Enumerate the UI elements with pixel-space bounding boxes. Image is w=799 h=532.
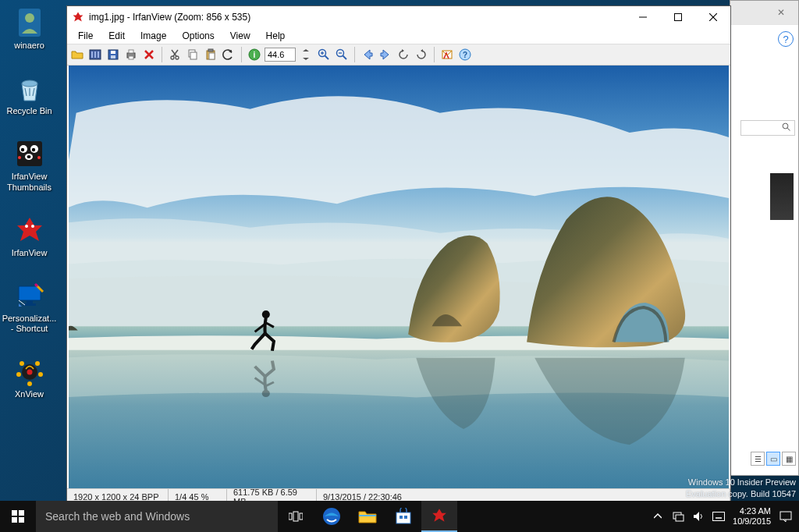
zoom-out-icon[interactable] bbox=[334, 47, 350, 62]
info-icon[interactable]: i bbox=[247, 47, 262, 62]
delete-icon[interactable] bbox=[141, 47, 157, 62]
desktop-icon-irfanview[interactable]: IrfanView bbox=[0, 211, 59, 261]
close-button[interactable] bbox=[695, 6, 730, 28]
user-icon bbox=[14, 7, 45, 38]
svg-rect-66 bbox=[12, 510, 17, 516]
desktop-icon-xnview[interactable]: XnView bbox=[0, 353, 59, 403]
svg-rect-67 bbox=[19, 510, 24, 516]
menu-file[interactable]: File bbox=[70, 29, 101, 43]
menu-view[interactable]: View bbox=[222, 29, 258, 43]
taskbar-explorer[interactable] bbox=[350, 501, 385, 532]
zoom-dropdown-icon[interactable] bbox=[298, 47, 314, 62]
help-icon[interactable]: ? bbox=[778, 31, 794, 47]
rotate-left-icon[interactable] bbox=[396, 47, 411, 62]
rotate-right-icon[interactable] bbox=[414, 47, 429, 62]
search-placeholder: Search the web and Windows bbox=[45, 510, 190, 523]
desktop-icon-label: XnView bbox=[15, 389, 44, 399]
view-tile-icon[interactable]: ▦ bbox=[782, 452, 796, 466]
taskbar-irfanview[interactable] bbox=[421, 501, 457, 532]
separator bbox=[162, 47, 162, 62]
desktop-icon-label: Recycle Bin bbox=[6, 106, 51, 116]
desktop-icon-personalization[interactable]: Personalizat... - Shortcut bbox=[0, 277, 59, 337]
svg-rect-76 bbox=[400, 516, 403, 519]
help-icon[interactable]: ? bbox=[457, 47, 473, 62]
cut-icon[interactable] bbox=[167, 47, 183, 62]
paste-icon[interactable] bbox=[203, 47, 218, 62]
prev-icon[interactable] bbox=[360, 47, 375, 62]
svg-point-0 bbox=[783, 123, 788, 129]
open-icon[interactable] bbox=[69, 47, 85, 62]
svg-point-21 bbox=[16, 372, 21, 377]
minimize-button[interactable] bbox=[625, 6, 660, 28]
irfanview-icon bbox=[14, 215, 45, 246]
taskbar-edge[interactable] bbox=[314, 501, 350, 532]
keyboard-icon[interactable] bbox=[712, 510, 725, 523]
image-canvas[interactable] bbox=[67, 66, 730, 488]
xnview-icon bbox=[14, 356, 45, 387]
separator bbox=[241, 47, 242, 62]
search-icon bbox=[782, 121, 791, 135]
menu-options[interactable]: Options bbox=[174, 29, 222, 43]
svg-point-8 bbox=[20, 148, 23, 151]
zoom-in-icon[interactable] bbox=[316, 47, 332, 62]
bg-search-box[interactable] bbox=[740, 120, 795, 136]
undo-icon[interactable] bbox=[221, 47, 236, 62]
bg-view-buttons: ☰ ▭ ▦ bbox=[751, 452, 796, 466]
menubar: File Edit Image Options View Help bbox=[67, 28, 730, 44]
taskbar: Search the web and Windows 4:23 AM 10/9/… bbox=[0, 501, 799, 532]
copy-icon[interactable] bbox=[185, 47, 201, 62]
svg-rect-27 bbox=[674, 14, 681, 21]
svg-rect-31 bbox=[91, 51, 93, 58]
maximize-button[interactable] bbox=[660, 6, 695, 28]
desktop-icon-recycle-bin[interactable]: Recycle Bin bbox=[0, 69, 59, 119]
irfan-thumbs-icon bbox=[14, 138, 45, 169]
svg-point-11 bbox=[27, 155, 30, 158]
desktop-icon-label: IrfanView Thumbnails bbox=[2, 172, 57, 192]
print-icon[interactable] bbox=[123, 47, 139, 62]
svg-point-9 bbox=[31, 148, 34, 151]
svg-rect-38 bbox=[129, 50, 133, 53]
bg-close-button[interactable]: ✕ bbox=[764, 1, 798, 24]
menu-edit[interactable]: Edit bbox=[101, 29, 133, 43]
svg-point-15 bbox=[31, 225, 34, 228]
svg-line-1 bbox=[787, 128, 790, 130]
svg-point-4 bbox=[22, 80, 37, 87]
svg-rect-36 bbox=[111, 55, 115, 59]
tray-overflow-icon[interactable] bbox=[652, 510, 664, 523]
desktop-icon-winaero[interactable]: winaero bbox=[0, 4, 59, 54]
clock-date: 10/9/2015 bbox=[733, 516, 771, 527]
menu-help[interactable]: Help bbox=[258, 29, 293, 43]
prefs-icon[interactable] bbox=[439, 47, 455, 62]
taskbar-store[interactable] bbox=[385, 501, 421, 532]
titlebar[interactable]: img1.jpg - IrfanView (Zoom: 856 x 535) bbox=[67, 6, 730, 28]
svg-rect-68 bbox=[12, 517, 17, 523]
slideshow-icon[interactable] bbox=[87, 47, 103, 62]
network-icon[interactable] bbox=[672, 510, 684, 523]
view-list-icon[interactable]: ☰ bbox=[751, 452, 765, 466]
volume-icon[interactable] bbox=[692, 510, 705, 523]
task-view-button[interactable] bbox=[278, 501, 314, 532]
zoom-input[interactable] bbox=[265, 48, 296, 62]
svg-rect-5 bbox=[17, 141, 42, 166]
irfanview-app-icon bbox=[72, 11, 84, 23]
view-thumb-icon[interactable]: ▭ bbox=[766, 452, 780, 466]
svg-rect-86 bbox=[780, 512, 791, 520]
save-icon[interactable] bbox=[105, 47, 121, 62]
svg-point-42 bbox=[171, 56, 174, 59]
desktop-icon-label: IrfanView bbox=[12, 248, 48, 258]
desktop-icon-irfan-thumbs[interactable]: IrfanView Thumbnails bbox=[0, 135, 59, 195]
svg-rect-35 bbox=[111, 51, 115, 54]
svg-rect-75 bbox=[396, 512, 410, 523]
bg-thumbnail[interactable] bbox=[770, 173, 794, 220]
menu-image[interactable]: Image bbox=[133, 29, 174, 43]
start-button[interactable] bbox=[0, 501, 36, 532]
taskbar-clock[interactable]: 4:23 AM 10/9/2015 bbox=[733, 506, 771, 527]
next-icon[interactable] bbox=[378, 47, 393, 62]
svg-rect-77 bbox=[404, 516, 407, 519]
svg-rect-69 bbox=[19, 517, 24, 523]
svg-point-64 bbox=[262, 310, 270, 318]
taskbar-search-box[interactable]: Search the web and Windows bbox=[36, 501, 278, 532]
monitor-icon bbox=[14, 280, 45, 311]
action-center-icon[interactable] bbox=[779, 501, 793, 532]
svg-rect-32 bbox=[94, 51, 96, 58]
